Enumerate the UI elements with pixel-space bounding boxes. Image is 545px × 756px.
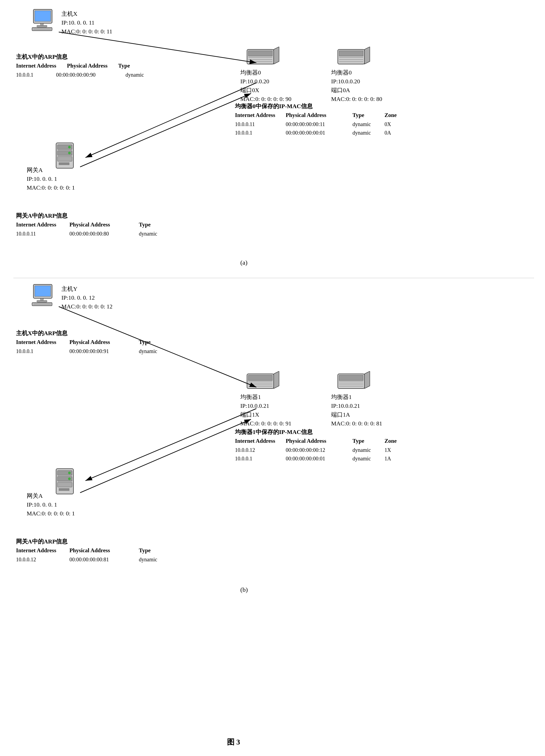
lb0-col4: Zone xyxy=(385,111,397,120)
lb0-a-port: 端口0A xyxy=(331,86,382,95)
figure-label: 图 3 xyxy=(227,737,240,747)
svg-marker-47 xyxy=(364,371,370,389)
lb1-a-ip: IP:10.0.0.21 xyxy=(331,401,382,410)
lb1-table-section: 均衡器1中保存的IP-MAC信息 xyxy=(235,427,397,437)
host-y-ip: IP:10. 0. 0. 12 xyxy=(61,293,112,302)
lb0-col2: Physical Address xyxy=(286,111,344,120)
host-y-name: 主机Y xyxy=(61,284,112,293)
lb0-r1-zone: 0X xyxy=(385,120,391,128)
svg-rect-3 xyxy=(37,25,47,27)
host-x-arp-table: 主机X中的ARP信息 Internet Address Physical Add… xyxy=(16,52,144,79)
lb1-x-icon xyxy=(246,371,280,392)
gateway-a-col2: Physical Address xyxy=(69,220,128,229)
svg-marker-13 xyxy=(274,47,279,64)
svg-rect-1 xyxy=(35,11,51,21)
arrow-lb0-gwa xyxy=(85,83,256,158)
svg-point-52 xyxy=(68,472,71,474)
host-x-arp-col2: Physical Address xyxy=(67,61,108,70)
arrow-lb1-gwa-bottom xyxy=(85,409,256,481)
gateway-a-b-col2: Physical Address xyxy=(69,546,128,555)
lb0-a-icon xyxy=(336,47,371,68)
lb1-x-name: 均衡器1 xyxy=(240,393,291,401)
lb1-col2: Physical Address xyxy=(286,437,344,446)
gateway-a-col1: Internet Address xyxy=(16,220,59,229)
gateway-a-b-col3: Type xyxy=(139,546,151,555)
lb0-x-port: 端口0X xyxy=(240,86,291,95)
host-y-arp-col1: Internet Address xyxy=(16,338,59,347)
gateway-a-top-label: 网关A IP:10. 0. 0. 1 MAC:0: 0: 0: 0: 0: 1 xyxy=(27,166,75,192)
svg-point-25 xyxy=(68,152,71,154)
lb1-x-label: 均衡器1 IP:10.0.0.21 端口1X MAC:0: 0: 0: 0: 0… xyxy=(240,393,291,428)
host-y-icon xyxy=(29,283,59,308)
svg-rect-37 xyxy=(248,375,272,381)
lb0-table: 均衡器0中保存的IP-MAC信息 Internet Address Physic… xyxy=(235,101,397,137)
host-x-arp-r1-ip: 10.0.0.1 xyxy=(16,70,45,79)
host-x-icon xyxy=(29,8,59,33)
gateway-a-top-ip: IP:10. 0. 0. 1 xyxy=(27,174,75,183)
lb1-r1-ip: 10.0.0.12 xyxy=(235,446,278,454)
separator xyxy=(13,278,534,278)
lb1-col3: Type xyxy=(352,437,377,446)
lb1-r2-ip: 10.0.0.1 xyxy=(235,454,278,463)
gateway-a-b-r1-ip: 10.0.0.12 xyxy=(16,555,59,564)
lb1-x-ip: IP:10.0.0.21 xyxy=(240,401,291,410)
svg-rect-9 xyxy=(248,51,272,56)
caption-a: (a) xyxy=(240,259,248,266)
lb1-a-mac: MAC:0: 0: 0: 0: 0: 81 xyxy=(331,419,382,428)
svg-rect-31 xyxy=(37,300,47,302)
arrow-gwa-lb0-return xyxy=(80,93,251,167)
lb0-x-name: 均衡器0 xyxy=(240,68,291,77)
gateway-a-bottom-ip: IP:10. 0. 0. 1 xyxy=(27,500,75,509)
gateway-a-arp-section: 网关A中的ARP信息 xyxy=(16,211,157,220)
lb1-r2-mac: 00:00:00:00:00:01 xyxy=(286,454,344,463)
gateway-a-r1-type: dynamic xyxy=(139,229,157,238)
host-y-arp-col3: Type xyxy=(139,338,151,347)
host-y-mac: MAC:0: 0: 0: 0: 0: 12 xyxy=(61,302,112,311)
lb0-col1: Internet Address xyxy=(235,111,278,120)
lb1-a-name: 均衡器1 xyxy=(331,393,382,401)
lb1-table: 均衡器1中保存的IP-MAC信息 Internet Address Physic… xyxy=(235,427,397,463)
svg-rect-29 xyxy=(35,286,51,296)
host-y-arp-r1-mac: 00:00:00:00:00:91 xyxy=(69,347,128,355)
lb1-r1-mac: 00:00:00:00:00:12 xyxy=(286,446,344,454)
lb1-col1: Internet Address xyxy=(235,437,278,446)
lb1-a-icon xyxy=(336,371,371,392)
host-y-arp-r1-ip: 10.0.0.1 xyxy=(16,347,59,355)
host-y-arp-r1-type: dynamic xyxy=(139,347,157,355)
host-x-name: 主机X xyxy=(61,9,112,18)
svg-point-24 xyxy=(68,146,71,148)
gateway-a-top-mac: MAC:0: 0: 0: 0: 0: 1 xyxy=(27,183,75,192)
lb0-x-ip: IP:10.0.0.20 xyxy=(240,77,291,86)
svg-point-26 xyxy=(68,158,71,160)
svg-rect-27 xyxy=(59,162,69,165)
gateway-a-bottom-mac: MAC:0: 0: 0: 0: 0: 1 xyxy=(27,509,75,518)
gateway-a-bottom-label: 网关A IP:10. 0. 0. 1 MAC:0: 0: 0: 0: 0: 1 xyxy=(27,491,75,518)
gateway-a-b-col1: Internet Address xyxy=(16,546,59,555)
lb0-x-label: 均衡器0 IP:10.0.0.20 端口0X MAC:0: 0: 0: 0: 0… xyxy=(240,68,291,103)
lb1-r2-zone: 1A xyxy=(385,454,391,463)
svg-point-54 xyxy=(68,483,71,486)
gateway-a-top-name: 网关A xyxy=(27,166,75,174)
host-y-label: 主机Y IP:10. 0. 0. 12 MAC:0: 0: 0: 0: 0: 1… xyxy=(61,284,112,311)
lb0-col3: Type xyxy=(352,111,377,120)
gateway-a-r1-mac: 00:00:00:00:00:80 xyxy=(69,229,128,238)
gateway-a-b-r1-type: dynamic xyxy=(139,555,157,564)
lb1-x-mac: MAC:0: 0: 0: 0: 0: 91 xyxy=(240,419,291,428)
lb0-r2-type: dynamic xyxy=(352,128,377,137)
host-y-arp-section: 主机X中的ARP信息 xyxy=(16,328,157,338)
lb0-r1-type: dynamic xyxy=(352,120,377,128)
svg-point-53 xyxy=(68,477,71,480)
arrow-gwa-bottom-lb1-return xyxy=(80,419,251,493)
gateway-a-b-r1-mac: 00:00:00:00:00:81 xyxy=(69,555,128,564)
lb1-a-label: 均衡器1 IP:10.0.0.21 端口1A MAC:0: 0: 0: 0: 0… xyxy=(331,393,382,428)
lb1-r2-type: dynamic xyxy=(352,454,377,463)
svg-marker-19 xyxy=(364,47,370,64)
host-y-arp-col2: Physical Address xyxy=(69,338,128,347)
caption-b: (b) xyxy=(240,586,248,593)
gateway-a-col3: Type xyxy=(139,220,151,229)
lb1-a-port: 端口1A xyxy=(331,410,382,419)
host-x-arp-r1-type: dynamic xyxy=(126,70,144,79)
gateway-a-r1-ip: 10.0.0.11 xyxy=(16,229,59,238)
svg-rect-15 xyxy=(339,51,363,56)
lb1-col4: Zone xyxy=(385,437,397,446)
